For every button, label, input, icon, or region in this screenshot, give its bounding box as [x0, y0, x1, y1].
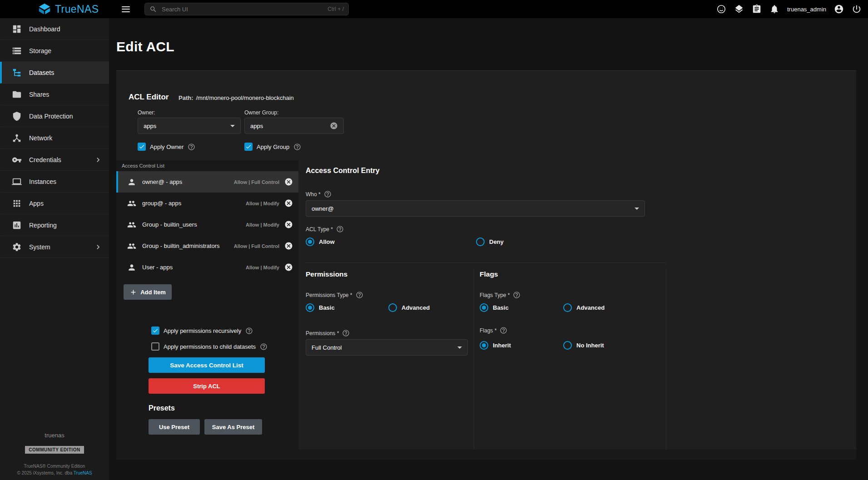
- search-input[interactable]: [161, 5, 324, 13]
- sidebar-item-system[interactable]: System: [0, 236, 109, 258]
- dashboard-icon: [12, 24, 22, 34]
- delete-entry-icon[interactable]: [284, 178, 293, 186]
- owner-group-select[interactable]: apps: [244, 118, 344, 134]
- acl-type-allow-radio[interactable]: Allow: [306, 238, 335, 246]
- help-icon[interactable]: [245, 327, 253, 335]
- chevron-down-icon: [230, 125, 235, 127]
- delete-entry-icon[interactable]: [284, 220, 293, 229]
- flags-inherit-radio[interactable]: Inherit: [480, 341, 511, 350]
- global-search[interactable]: Ctrl + /: [144, 3, 349, 15]
- network-hub-icon: [12, 133, 22, 143]
- delete-entry-icon[interactable]: [284, 199, 293, 208]
- layers-icon[interactable]: [734, 4, 744, 14]
- acl-editor-heading: ACL Editor: [129, 93, 169, 102]
- help-icon[interactable]: [324, 190, 332, 198]
- help-icon[interactable]: [513, 291, 521, 299]
- acl-entry-builtin-administrators[interactable]: Group - builtin_administrators Allow | F…: [116, 235, 298, 257]
- power-icon[interactable]: [852, 4, 862, 14]
- page-title: Edit ACL: [116, 39, 174, 54]
- save-as-preset-button[interactable]: Save As Preset: [204, 419, 262, 435]
- save-acl-button[interactable]: Save Access Control List: [149, 357, 265, 373]
- sidebar-item-instances[interactable]: Instances: [0, 171, 109, 193]
- system-gear-icon: [12, 242, 22, 252]
- truenas-logo-icon: [38, 3, 51, 15]
- logo-text: TrueNAS: [55, 3, 99, 15]
- user-avatar-icon[interactable]: [834, 4, 844, 14]
- edition-badge: COMMUNITY EDITION: [25, 446, 84, 454]
- apply-recursively-checkbox[interactable]: Apply permissions recursively: [151, 327, 253, 335]
- permissions-type-label: Permissions Type *: [306, 291, 363, 299]
- help-icon[interactable]: [260, 343, 268, 351]
- sidebar-item-credentials[interactable]: Credentials: [0, 149, 109, 171]
- ace-panel: Access Control Entry Who * owner@ ACL Ty…: [298, 160, 856, 450]
- delete-entry-icon[interactable]: [284, 263, 293, 272]
- topbar: TrueNAS Ctrl + / truenas_admin: [0, 0, 868, 18]
- person-icon: [127, 263, 136, 272]
- credentials-key-icon: [12, 155, 22, 165]
- chevron-down-icon: [457, 346, 462, 349]
- sidebar-item-shares[interactable]: Shares: [0, 84, 109, 105]
- flags-type-label: Flags Type *: [480, 291, 521, 299]
- apply-to-child-datasets-checkbox[interactable]: Apply permissions to child datasets: [151, 342, 268, 351]
- flags-type-advanced-radio[interactable]: Advanced: [563, 303, 605, 312]
- help-icon[interactable]: [356, 291, 363, 299]
- who-label: Who *: [306, 190, 332, 198]
- owner-select[interactable]: apps: [138, 118, 241, 134]
- permissions-type-basic-radio[interactable]: Basic: [306, 303, 335, 312]
- acl-type-deny-radio[interactable]: Deny: [476, 238, 504, 246]
- reporting-chart-icon: [12, 220, 22, 230]
- delete-entry-icon[interactable]: [284, 242, 293, 250]
- sidebar-item-network[interactable]: Network: [0, 127, 109, 149]
- instances-computer-icon: [12, 177, 22, 187]
- sidebar-item-datasets[interactable]: Datasets: [0, 62, 109, 84]
- permissions-select[interactable]: Full Control: [306, 339, 468, 356]
- use-preset-button[interactable]: Use Preset: [149, 419, 200, 435]
- logged-in-username: truenas_admin: [787, 6, 826, 13]
- help-icon[interactable]: [293, 143, 301, 151]
- radio-selected-icon: [306, 238, 314, 246]
- help-icon[interactable]: [500, 327, 507, 334]
- clear-owner-group-icon[interactable]: [330, 122, 338, 130]
- help-icon[interactable]: [188, 143, 195, 151]
- who-select[interactable]: owner@: [306, 200, 645, 217]
- sidebar-item-apps[interactable]: Apps: [0, 193, 109, 214]
- divider: [474, 268, 474, 450]
- storage-icon: [12, 46, 22, 56]
- notifications-bell-icon[interactable]: [769, 4, 779, 14]
- sidebar-item-reporting[interactable]: Reporting: [0, 214, 109, 236]
- shield-icon: [12, 111, 22, 121]
- radio-selected-icon: [480, 341, 488, 350]
- radio-selected-icon: [306, 303, 314, 312]
- jobs-clipboard-icon[interactable]: [752, 4, 762, 14]
- chevron-right-icon: [94, 242, 103, 252]
- strip-acl-button[interactable]: Strip ACL: [149, 378, 265, 394]
- apps-grid-icon: [12, 198, 22, 208]
- hamburger-menu-icon[interactable]: [119, 2, 133, 16]
- acl-entry-builtin-users[interactable]: Group - builtin_users Allow | Modify: [116, 214, 298, 235]
- truenas-link[interactable]: TrueNAS: [74, 470, 92, 475]
- help-icon[interactable]: [336, 225, 344, 233]
- acl-entry-owner[interactable]: owner@ - apps Allow | Full Control: [116, 171, 298, 193]
- truenas-logo[interactable]: TrueNAS: [0, 3, 109, 15]
- checkbox-checked-icon: [151, 327, 159, 335]
- dataset-path: Path:/mnt/monero-pool/monero-blockchain: [179, 94, 294, 101]
- group-icon: [127, 220, 136, 229]
- acl-entry-group[interactable]: group@ - apps Allow | Modify: [116, 193, 298, 214]
- permissions-type-advanced-radio[interactable]: Advanced: [388, 303, 430, 312]
- feedback-smiley-icon[interactable]: [716, 4, 726, 14]
- acl-list-heading: Access Control List: [122, 163, 164, 168]
- sidebar-item-data-protection[interactable]: Data Protection: [0, 105, 109, 127]
- flags-no-inherit-radio[interactable]: No Inherit: [563, 341, 604, 350]
- apply-group-checkbox[interactable]: Apply Group: [244, 143, 301, 151]
- sidebar-item-storage[interactable]: Storage: [0, 40, 109, 62]
- acl-entry-user-apps[interactable]: User - apps Allow | Modify: [116, 257, 298, 278]
- add-item-button[interactable]: Add Item: [124, 284, 172, 300]
- help-icon[interactable]: [342, 329, 350, 337]
- radio-unselected-icon: [476, 238, 485, 246]
- sidebar-item-dashboard[interactable]: Dashboard: [0, 18, 109, 40]
- apply-owner-checkbox[interactable]: Apply Owner: [138, 143, 195, 151]
- checkbox-unchecked-icon: [151, 342, 159, 351]
- flags-type-basic-radio[interactable]: Basic: [480, 303, 509, 312]
- divider: [306, 262, 666, 263]
- main-content: Edit ACL ACL Editor Path:/mnt/monero-poo…: [109, 18, 868, 480]
